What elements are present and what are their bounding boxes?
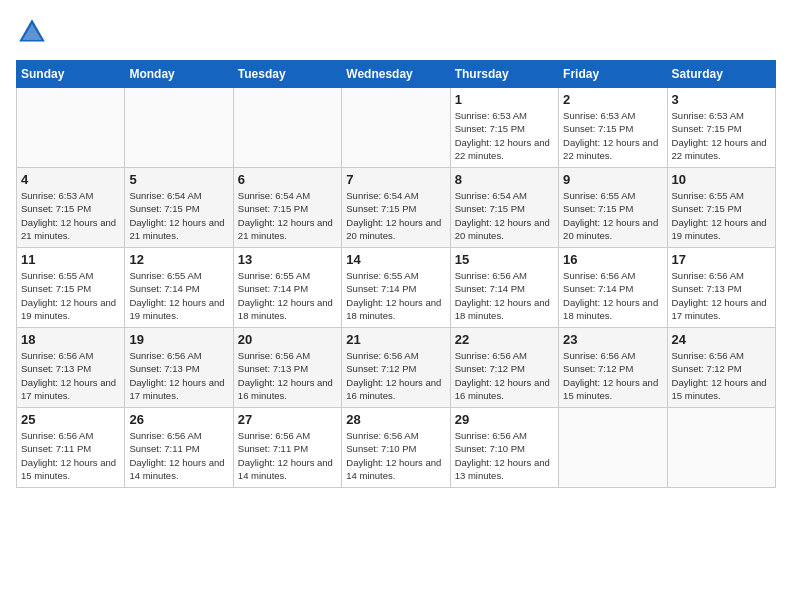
calendar-cell: 17Sunrise: 6:56 AMSunset: 7:13 PMDayligh… [667, 248, 775, 328]
day-info: Sunrise: 6:53 AMSunset: 7:15 PMDaylight:… [21, 189, 120, 242]
day-info: Sunrise: 6:56 AMSunset: 7:14 PMDaylight:… [563, 269, 662, 322]
day-number: 13 [238, 252, 337, 267]
day-number: 20 [238, 332, 337, 347]
day-number: 2 [563, 92, 662, 107]
day-info: Sunrise: 6:56 AMSunset: 7:12 PMDaylight:… [346, 349, 445, 402]
day-info: Sunrise: 6:53 AMSunset: 7:15 PMDaylight:… [563, 109, 662, 162]
calendar-table: SundayMondayTuesdayWednesdayThursdayFrid… [16, 60, 776, 488]
calendar-cell: 29Sunrise: 6:56 AMSunset: 7:10 PMDayligh… [450, 408, 558, 488]
day-number: 21 [346, 332, 445, 347]
day-number: 11 [21, 252, 120, 267]
day-number: 1 [455, 92, 554, 107]
day-info: Sunrise: 6:54 AMSunset: 7:15 PMDaylight:… [455, 189, 554, 242]
day-info: Sunrise: 6:53 AMSunset: 7:15 PMDaylight:… [672, 109, 771, 162]
day-number: 4 [21, 172, 120, 187]
calendar-cell [125, 88, 233, 168]
calendar-cell: 8Sunrise: 6:54 AMSunset: 7:15 PMDaylight… [450, 168, 558, 248]
day-number: 26 [129, 412, 228, 427]
calendar-header-row: SundayMondayTuesdayWednesdayThursdayFrid… [17, 61, 776, 88]
calendar-cell [667, 408, 775, 488]
day-info: Sunrise: 6:56 AMSunset: 7:11 PMDaylight:… [129, 429, 228, 482]
day-number: 28 [346, 412, 445, 427]
day-number: 9 [563, 172, 662, 187]
calendar-cell: 25Sunrise: 6:56 AMSunset: 7:11 PMDayligh… [17, 408, 125, 488]
day-info: Sunrise: 6:56 AMSunset: 7:11 PMDaylight:… [21, 429, 120, 482]
day-number: 6 [238, 172, 337, 187]
calendar-cell: 3Sunrise: 6:53 AMSunset: 7:15 PMDaylight… [667, 88, 775, 168]
calendar-cell [342, 88, 450, 168]
calendar-cell: 21Sunrise: 6:56 AMSunset: 7:12 PMDayligh… [342, 328, 450, 408]
day-number: 18 [21, 332, 120, 347]
day-number: 10 [672, 172, 771, 187]
calendar-cell [233, 88, 341, 168]
calendar-cell: 14Sunrise: 6:55 AMSunset: 7:14 PMDayligh… [342, 248, 450, 328]
day-number: 12 [129, 252, 228, 267]
day-number: 3 [672, 92, 771, 107]
calendar-cell: 26Sunrise: 6:56 AMSunset: 7:11 PMDayligh… [125, 408, 233, 488]
week-row-2: 4Sunrise: 6:53 AMSunset: 7:15 PMDaylight… [17, 168, 776, 248]
calendar-cell: 13Sunrise: 6:55 AMSunset: 7:14 PMDayligh… [233, 248, 341, 328]
day-number: 24 [672, 332, 771, 347]
column-header-tuesday: Tuesday [233, 61, 341, 88]
column-header-monday: Monday [125, 61, 233, 88]
day-number: 14 [346, 252, 445, 267]
column-header-thursday: Thursday [450, 61, 558, 88]
calendar-cell: 15Sunrise: 6:56 AMSunset: 7:14 PMDayligh… [450, 248, 558, 328]
calendar-cell [559, 408, 667, 488]
day-number: 8 [455, 172, 554, 187]
logo [16, 16, 52, 48]
day-info: Sunrise: 6:54 AMSunset: 7:15 PMDaylight:… [346, 189, 445, 242]
day-info: Sunrise: 6:56 AMSunset: 7:10 PMDaylight:… [346, 429, 445, 482]
day-info: Sunrise: 6:54 AMSunset: 7:15 PMDaylight:… [129, 189, 228, 242]
calendar-cell: 16Sunrise: 6:56 AMSunset: 7:14 PMDayligh… [559, 248, 667, 328]
day-number: 17 [672, 252, 771, 267]
day-info: Sunrise: 6:56 AMSunset: 7:13 PMDaylight:… [129, 349, 228, 402]
page-header [16, 16, 776, 48]
day-info: Sunrise: 6:55 AMSunset: 7:15 PMDaylight:… [672, 189, 771, 242]
day-info: Sunrise: 6:56 AMSunset: 7:13 PMDaylight:… [238, 349, 337, 402]
day-info: Sunrise: 6:55 AMSunset: 7:14 PMDaylight:… [129, 269, 228, 322]
week-row-1: 1Sunrise: 6:53 AMSunset: 7:15 PMDaylight… [17, 88, 776, 168]
calendar-cell: 24Sunrise: 6:56 AMSunset: 7:12 PMDayligh… [667, 328, 775, 408]
day-info: Sunrise: 6:53 AMSunset: 7:15 PMDaylight:… [455, 109, 554, 162]
calendar-cell: 10Sunrise: 6:55 AMSunset: 7:15 PMDayligh… [667, 168, 775, 248]
column-header-friday: Friday [559, 61, 667, 88]
day-number: 5 [129, 172, 228, 187]
day-number: 16 [563, 252, 662, 267]
week-row-5: 25Sunrise: 6:56 AMSunset: 7:11 PMDayligh… [17, 408, 776, 488]
day-info: Sunrise: 6:56 AMSunset: 7:13 PMDaylight:… [21, 349, 120, 402]
calendar-cell: 22Sunrise: 6:56 AMSunset: 7:12 PMDayligh… [450, 328, 558, 408]
day-number: 23 [563, 332, 662, 347]
column-header-sunday: Sunday [17, 61, 125, 88]
day-info: Sunrise: 6:56 AMSunset: 7:12 PMDaylight:… [672, 349, 771, 402]
logo-icon [16, 16, 48, 48]
day-number: 27 [238, 412, 337, 427]
calendar-cell: 23Sunrise: 6:56 AMSunset: 7:12 PMDayligh… [559, 328, 667, 408]
day-info: Sunrise: 6:56 AMSunset: 7:12 PMDaylight:… [563, 349, 662, 402]
day-info: Sunrise: 6:56 AMSunset: 7:14 PMDaylight:… [455, 269, 554, 322]
day-number: 22 [455, 332, 554, 347]
calendar-cell: 19Sunrise: 6:56 AMSunset: 7:13 PMDayligh… [125, 328, 233, 408]
day-info: Sunrise: 6:54 AMSunset: 7:15 PMDaylight:… [238, 189, 337, 242]
calendar-cell: 20Sunrise: 6:56 AMSunset: 7:13 PMDayligh… [233, 328, 341, 408]
day-number: 29 [455, 412, 554, 427]
column-header-wednesday: Wednesday [342, 61, 450, 88]
calendar-cell [17, 88, 125, 168]
day-info: Sunrise: 6:55 AMSunset: 7:14 PMDaylight:… [238, 269, 337, 322]
day-number: 19 [129, 332, 228, 347]
day-info: Sunrise: 6:56 AMSunset: 7:13 PMDaylight:… [672, 269, 771, 322]
day-number: 7 [346, 172, 445, 187]
day-info: Sunrise: 6:55 AMSunset: 7:15 PMDaylight:… [563, 189, 662, 242]
day-number: 25 [21, 412, 120, 427]
calendar-cell: 2Sunrise: 6:53 AMSunset: 7:15 PMDaylight… [559, 88, 667, 168]
calendar-cell: 28Sunrise: 6:56 AMSunset: 7:10 PMDayligh… [342, 408, 450, 488]
calendar-cell: 6Sunrise: 6:54 AMSunset: 7:15 PMDaylight… [233, 168, 341, 248]
week-row-3: 11Sunrise: 6:55 AMSunset: 7:15 PMDayligh… [17, 248, 776, 328]
day-number: 15 [455, 252, 554, 267]
calendar-cell: 9Sunrise: 6:55 AMSunset: 7:15 PMDaylight… [559, 168, 667, 248]
week-row-4: 18Sunrise: 6:56 AMSunset: 7:13 PMDayligh… [17, 328, 776, 408]
calendar-cell: 11Sunrise: 6:55 AMSunset: 7:15 PMDayligh… [17, 248, 125, 328]
calendar-cell: 4Sunrise: 6:53 AMSunset: 7:15 PMDaylight… [17, 168, 125, 248]
calendar-cell: 27Sunrise: 6:56 AMSunset: 7:11 PMDayligh… [233, 408, 341, 488]
calendar-cell: 18Sunrise: 6:56 AMSunset: 7:13 PMDayligh… [17, 328, 125, 408]
